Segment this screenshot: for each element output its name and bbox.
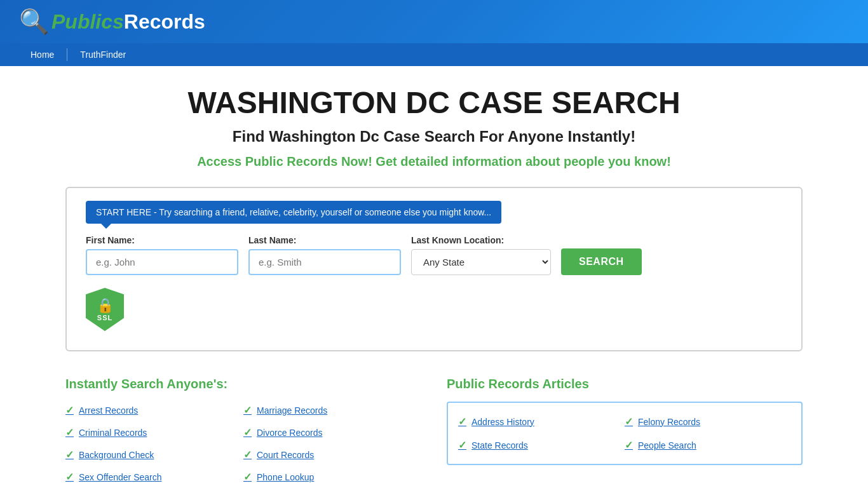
nav-divider <box>67 48 67 61</box>
start-tooltip: START HERE - Try searching a friend, rel… <box>86 201 501 224</box>
record-phone[interactable]: ✓ Phone Lookup <box>243 468 421 485</box>
logo[interactable]: 🔍 PublicsRecords <box>19 8 205 36</box>
bottom-section: Instantly Search Anyone's: ✓ Arrest Reco… <box>65 377 803 485</box>
public-records-col: Public Records Articles ✓ Address Histor… <box>447 377 803 485</box>
nav-bar: Home TruthFinder <box>0 43 868 66</box>
logo-publics: Publics <box>51 10 124 33</box>
check-icon: ✓ <box>625 439 633 451</box>
check-icon: ✓ <box>65 426 74 438</box>
record-arrest-label: Arrest Records <box>79 405 138 416</box>
record-marriage[interactable]: ✓ Marriage Records <box>243 402 421 419</box>
search-button[interactable]: SEARCH <box>561 248 642 275</box>
ssl-badge: 🔒 SSL <box>86 288 782 331</box>
check-icon: ✓ <box>243 426 252 438</box>
record-sex-offender-label: Sex Offender Search <box>79 472 161 482</box>
check-icon: ✓ <box>625 416 633 428</box>
first-name-input[interactable] <box>86 249 238 275</box>
logo-text: PublicsRecords <box>51 10 205 34</box>
page-tagline: Access Public Records Now! Get detailed … <box>65 154 803 169</box>
record-arrest[interactable]: ✓ Arrest Records <box>65 402 243 419</box>
ssl-shield: 🔒 SSL <box>86 288 124 331</box>
article-state[interactable]: ✓ State Records <box>458 437 625 454</box>
record-court-label: Court Records <box>257 450 314 460</box>
lock-icon: 🔒 <box>97 297 114 314</box>
articles-grid: ✓ Address History ✓ Felony Records ✓ Sta… <box>458 413 791 454</box>
article-state-label: State Records <box>471 440 528 451</box>
search-form: First Name: Last Name: Last Known Locati… <box>86 235 782 275</box>
ssl-text: SSL <box>97 314 112 322</box>
check-icon: ✓ <box>243 404 252 416</box>
article-address[interactable]: ✓ Address History <box>458 413 625 430</box>
record-sex-offender[interactable]: ✓ Sex Offender Search <box>65 468 243 485</box>
record-divorce[interactable]: ✓ Divorce Records <box>243 424 421 441</box>
state-select[interactable]: Any State Alabama Alaska Arizona Arkansa… <box>411 249 551 275</box>
check-icon: ✓ <box>65 404 74 416</box>
page-title: WASHINGTON DC CASE SEARCH <box>65 85 803 120</box>
last-name-input[interactable] <box>248 249 401 275</box>
check-icon: ✓ <box>65 449 74 461</box>
check-icon: ✓ <box>243 471 252 483</box>
instantly-search-col: Instantly Search Anyone's: ✓ Arrest Reco… <box>65 377 421 485</box>
search-container: START HERE - Try searching a friend, rel… <box>65 187 803 351</box>
check-icon: ✓ <box>458 439 466 451</box>
main-content: WASHINGTON DC CASE SEARCH Find Washingto… <box>53 66 815 488</box>
check-icon: ✓ <box>243 449 252 461</box>
instantly-search-title: Instantly Search Anyone's: <box>65 377 421 391</box>
article-people-label: People Search <box>638 440 696 451</box>
record-phone-label: Phone Lookup <box>257 472 314 482</box>
first-name-label: First Name: <box>86 235 238 245</box>
first-name-group: First Name: <box>86 235 238 275</box>
header: 🔍 PublicsRecords <box>0 0 868 43</box>
article-people[interactable]: ✓ People Search <box>625 437 791 454</box>
record-marriage-label: Marriage Records <box>257 405 327 416</box>
articles-box: ✓ Address History ✓ Felony Records ✓ Sta… <box>447 402 803 465</box>
public-records-title: Public Records Articles <box>447 377 803 391</box>
record-criminal[interactable]: ✓ Criminal Records <box>65 424 243 441</box>
record-court[interactable]: ✓ Court Records <box>243 446 421 463</box>
record-criminal-label: Criminal Records <box>79 428 147 438</box>
article-address-label: Address History <box>471 417 534 427</box>
logo-icon: 🔍 <box>19 8 49 36</box>
nav-truthfinder[interactable]: TruthFinder <box>69 43 137 66</box>
record-background[interactable]: ✓ Background Check <box>65 446 243 463</box>
records-list: ✓ Arrest Records ✓ Marriage Records ✓ Cr… <box>65 402 421 485</box>
location-label: Last Known Location: <box>411 235 551 245</box>
last-name-label: Last Name: <box>248 235 401 245</box>
article-felony-label: Felony Records <box>638 417 700 427</box>
page-subtitle: Find Washington Dc Case Search For Anyon… <box>65 128 803 146</box>
check-icon: ✓ <box>458 416 466 428</box>
nav-home[interactable]: Home <box>19 43 65 66</box>
record-divorce-label: Divorce Records <box>257 428 322 438</box>
check-icon: ✓ <box>65 471 74 483</box>
logo-records: Records <box>124 10 205 33</box>
location-group: Last Known Location: Any State Alabama A… <box>411 235 551 275</box>
last-name-group: Last Name: <box>248 235 401 275</box>
record-background-label: Background Check <box>79 450 154 460</box>
article-felony[interactable]: ✓ Felony Records <box>625 413 791 430</box>
